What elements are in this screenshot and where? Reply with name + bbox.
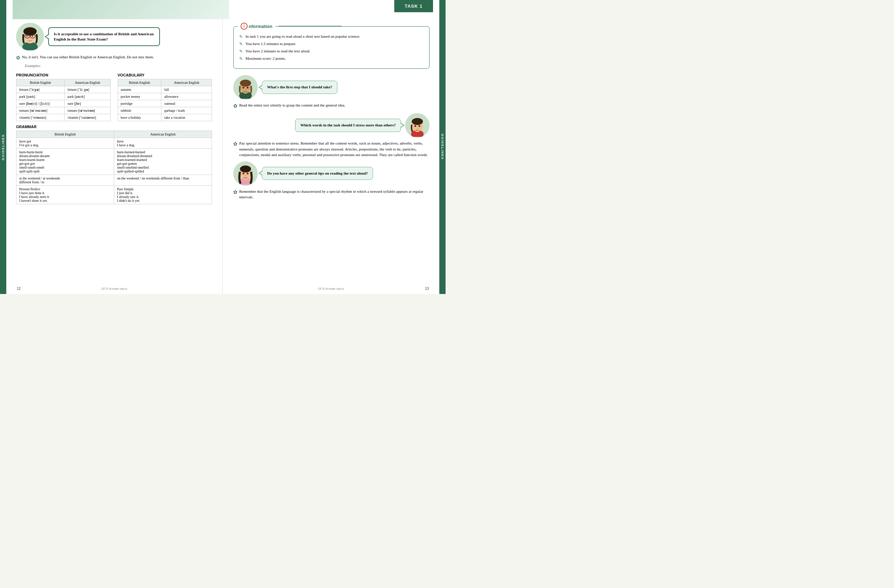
svg-point-11	[29, 38, 31, 39]
svg-point-29	[240, 166, 251, 172]
pronunciation-table: British English American English leisure…	[16, 79, 111, 121]
sidebar-left: GUIDELINES	[0, 0, 6, 294]
grammar-table: British English American English have go…	[16, 131, 212, 204]
pen-icon-1: ✎	[239, 34, 243, 39]
task-badge: TASK 1	[394, 0, 433, 12]
speech-bubble-qa-2: Which words in the task should I stress …	[295, 119, 401, 132]
clover-icon-2: ✿	[233, 102, 237, 110]
table-row: have a holiday take a vacation	[118, 114, 212, 121]
svg-point-3	[23, 27, 37, 36]
voc-col-1: British English	[118, 79, 162, 86]
svg-point-15	[240, 80, 251, 87]
voc-col-2: American English	[162, 79, 212, 86]
table-row: Present Perfect I have just done it. I h…	[17, 186, 212, 204]
svg-point-17	[247, 87, 249, 88]
page-spread: GUIDELINES	[0, 0, 447, 294]
table-row: tomato [təˈmɑːtəʊ] tomato [təˈmeitəʊ]	[17, 107, 111, 114]
pen-icon-3: ✎	[239, 49, 243, 54]
svg-point-32	[245, 175, 246, 176]
qa-section-2: Which words in the task should I stress …	[233, 113, 430, 137]
vocabulary-title: VOCABULARY	[118, 73, 212, 77]
answer-block-2: ✿ Pay special attention to sentence stre…	[233, 140, 430, 158]
answer-block-1: ✿ Read the entire text silently to grasp…	[233, 102, 430, 110]
table-row: at the weekend / at weekends different f…	[17, 175, 212, 186]
answer-block-3: ✿ Remember that the English language is …	[233, 188, 430, 200]
pronunciation-section: PRONUNCIATION British English American E…	[16, 69, 111, 121]
vocabulary-section: VOCABULARY British English American Engl…	[118, 69, 212, 121]
gram-col-1: British English	[17, 131, 114, 138]
svg-point-18	[245, 89, 246, 90]
speech-bubble-qa-1: What's the first step that I should take…	[262, 81, 337, 93]
svg-point-22	[412, 118, 423, 125]
grammar-title: GRAMMAR	[16, 125, 212, 129]
qa-section-3: Do you have any other general tips on re…	[233, 161, 430, 186]
table-row: leisure [ˈleʒə] leisure [ˈliː.ʒə]	[17, 86, 111, 93]
two-col-wrapper: PRONUNCIATION British English American E…	[16, 69, 212, 121]
pronunciation-title: PRONUNCIATION	[16, 73, 111, 77]
pen-icon-4: ✎	[239, 56, 243, 62]
clover-icon-4: ✿	[233, 188, 237, 196]
svg-point-8	[32, 35, 33, 37]
svg-point-7	[26, 35, 27, 37]
avatar-qa-2	[405, 113, 430, 137]
table-row: burn-burnt-burnt dream-dreamt-dreamt lea…	[17, 149, 212, 175]
sidebar-right: GUIDELINES	[439, 0, 445, 294]
avatar-qa-3	[233, 161, 258, 186]
pron-col-2: American English	[65, 79, 110, 86]
clover-icon-3: ✿	[233, 140, 237, 148]
page-number-left: 12	[17, 286, 21, 291]
svg-point-30	[243, 173, 245, 175]
footer-center-left: ОГЭ Устная часть	[101, 287, 127, 291]
info-item-2: ✎ You have 1.5 minutes to prepare.	[239, 42, 424, 47]
table-row: vitamin [ˈvɪtəmɪn] vitamin [ˈvaɪtəmɪn]	[17, 114, 111, 121]
footer-center-right: ОГЭ Устная часть	[318, 287, 344, 291]
table-row: pocket money allowance	[118, 93, 212, 100]
right-page: TASK 1 i nformation ✎ In task 1 you are …	[223, 0, 439, 294]
info-item-3: ✎ You have 2 minutes to read the text al…	[239, 49, 424, 54]
info-header: i nformation	[238, 23, 275, 30]
pron-col-1: British English	[17, 79, 65, 86]
table-row: park [pɑːk] park [pɑːrk]	[17, 93, 111, 100]
intro-section: Is it acceptable to use a combination of…	[16, 23, 212, 51]
page-number-right: 13	[425, 286, 429, 291]
info-items: ✎ In task 1 you are going to read aloud …	[239, 34, 424, 62]
table-row: have got I've got a dog. have I have a d…	[17, 138, 212, 149]
table-row: autumn fall	[118, 86, 212, 93]
table-row: porridge oatmeal	[118, 100, 212, 107]
answer-line: ✿ No, it isn't. You can use either Briti…	[16, 55, 212, 61]
pen-icon-2: ✎	[239, 42, 243, 47]
svg-point-23	[415, 125, 416, 127]
svg-line-9	[24, 36, 25, 36]
examples-label: Examples:	[25, 63, 212, 68]
question-bubble-left: Is it acceptable to use a combination of…	[48, 27, 160, 47]
vocabulary-table: British English American English autumn …	[118, 79, 212, 121]
table-row: rubbish garbage / trash	[118, 107, 212, 114]
svg-point-31	[247, 173, 249, 175]
clover-icon-1: ✿	[16, 55, 20, 61]
svg-point-25	[417, 128, 418, 128]
gram-col-2: American English	[114, 131, 212, 138]
speech-bubble-qa-3: Do you have any other general tips on re…	[262, 167, 373, 180]
left-page: Is it acceptable to use a combination of…	[6, 0, 223, 294]
svg-point-24	[419, 125, 420, 127]
info-item-1: ✎ In task 1 you are going to read aloud …	[239, 34, 424, 39]
qa-section-1: What's the first step that I should take…	[233, 75, 430, 100]
svg-point-16	[243, 87, 245, 88]
info-icon: i	[241, 23, 248, 30]
top-bar-left	[12, 0, 229, 19]
info-box: i nformation ✎ In task 1 you are going t…	[233, 26, 430, 69]
avatar-qa-1	[233, 75, 258, 100]
table-row: sure [ʃʊə(r)] / [ʃɔː(r)] sure [ʃʊr]	[17, 100, 111, 107]
info-item-4: ✎ Maximum score: 2 points.	[239, 56, 424, 62]
svg-line-10	[35, 36, 36, 36]
avatar-girl-left	[16, 23, 44, 51]
info-title: nformation	[249, 24, 272, 29]
